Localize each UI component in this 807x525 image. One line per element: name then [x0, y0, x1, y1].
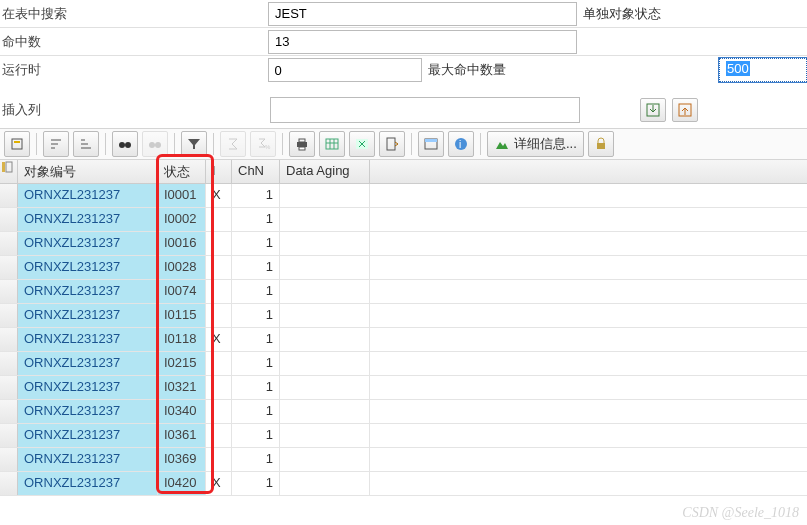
cell-status: I0115 — [158, 304, 206, 327]
cell-status: I0001 — [158, 184, 206, 207]
row-selector[interactable] — [0, 376, 18, 399]
cell-status: I0215 — [158, 352, 206, 375]
binoculars-dim-icon — [147, 136, 163, 152]
find-button[interactable] — [112, 131, 138, 157]
col-data-aging[interactable]: Data Aging — [280, 160, 370, 183]
filter-icon — [186, 136, 202, 152]
row-selector[interactable] — [0, 280, 18, 303]
mountain-icon — [494, 136, 510, 152]
layout-button[interactable] — [418, 131, 444, 157]
table-row[interactable]: ORNXZL231237I01151 — [0, 304, 807, 328]
table-row[interactable]: ORNXZL231237I00281 — [0, 256, 807, 280]
row-selector[interactable] — [0, 184, 18, 207]
row-selector[interactable] — [0, 424, 18, 447]
search-label: 在表中搜索 — [0, 1, 268, 27]
table-row[interactable]: ORNXZL231237I03401 — [0, 400, 807, 424]
row-selector[interactable] — [0, 256, 18, 279]
refresh-button[interactable] — [4, 131, 30, 157]
cell-status: I0002 — [158, 208, 206, 231]
export-icon-button[interactable] — [672, 98, 698, 122]
table-row[interactable]: ORNXZL231237I00741 — [0, 280, 807, 304]
cell-data-aging — [280, 280, 370, 303]
table-row[interactable]: ORNXZL231237I03691 — [0, 448, 807, 472]
result-grid: 对象编号 状态 I ChN Data Aging ORNXZL231237I00… — [0, 160, 807, 496]
cell-object: ORNXZL231237 — [18, 352, 158, 375]
row-selector-header[interactable] — [0, 160, 18, 183]
row-selector[interactable] — [0, 328, 18, 351]
view-button[interactable] — [319, 131, 345, 157]
insert-col-input[interactable] — [270, 97, 580, 123]
cell-chn: 1 — [232, 448, 280, 471]
cell-data-aging — [280, 208, 370, 231]
col-object[interactable]: 对象编号 — [18, 160, 158, 183]
insert-col-label: 插入列 — [0, 97, 268, 123]
cell-status: I0074 — [158, 280, 206, 303]
cell-object: ORNXZL231237 — [18, 232, 158, 255]
svg-point-6 — [149, 142, 155, 148]
runtime-input[interactable] — [268, 58, 422, 82]
cell-data-aging — [280, 232, 370, 255]
sum-button[interactable] — [220, 131, 246, 157]
row-selector[interactable] — [0, 208, 18, 231]
svg-rect-16 — [425, 139, 437, 142]
row-selector[interactable] — [0, 304, 18, 327]
svg-rect-9 — [297, 142, 307, 147]
svg-point-7 — [155, 142, 161, 148]
cell-object: ORNXZL231237 — [18, 280, 158, 303]
cell-chn: 1 — [232, 472, 280, 495]
info-button[interactable]: i — [448, 131, 474, 157]
cell-chn: 1 — [232, 352, 280, 375]
svg-rect-11 — [299, 147, 305, 150]
max-hits-label: 最大命中数量 — [422, 59, 576, 81]
cell-data-aging — [280, 352, 370, 375]
row-selector[interactable] — [0, 352, 18, 375]
row-selector[interactable] — [0, 232, 18, 255]
cell-status: I0321 — [158, 376, 206, 399]
search-table-input[interactable] — [268, 2, 577, 26]
table-row[interactable]: ORNXZL231237I0118X1 — [0, 328, 807, 352]
row-selector[interactable] — [0, 448, 18, 471]
cell-data-aging — [280, 472, 370, 495]
cell-object: ORNXZL231237 — [18, 424, 158, 447]
cell-object: ORNXZL231237 — [18, 448, 158, 471]
filter-button[interactable] — [181, 131, 207, 157]
print-button[interactable] — [289, 131, 315, 157]
import-icon-button[interactable] — [640, 98, 666, 122]
cell-chn: 1 — [232, 208, 280, 231]
table-row[interactable]: ORNXZL231237I00021 — [0, 208, 807, 232]
find-next-button[interactable] — [142, 131, 168, 157]
svg-rect-21 — [6, 162, 12, 172]
row-selector[interactable] — [0, 400, 18, 423]
table-row[interactable]: ORNXZL231237I0001X1 — [0, 184, 807, 208]
table-row[interactable]: ORNXZL231237I02151 — [0, 352, 807, 376]
max-hits-input[interactable]: 500 — [719, 58, 807, 82]
cell-i — [206, 352, 232, 375]
col-status[interactable]: 状态 — [158, 160, 206, 183]
export-xls-button[interactable] — [349, 131, 375, 157]
subtotal-button[interactable]: % — [250, 131, 276, 157]
cell-data-aging — [280, 304, 370, 327]
cell-i: X — [206, 328, 232, 351]
svg-rect-20 — [2, 162, 5, 172]
row-selector[interactable] — [0, 472, 18, 495]
cell-i: X — [206, 472, 232, 495]
export-file-button[interactable] — [379, 131, 405, 157]
table-row[interactable]: ORNXZL231237I00161 — [0, 232, 807, 256]
hits-input[interactable] — [268, 30, 577, 54]
svg-text:i: i — [459, 139, 461, 150]
col-chn[interactable]: ChN — [232, 160, 280, 183]
sort-asc-button[interactable] — [43, 131, 69, 157]
refresh-icon — [9, 136, 25, 152]
lock-button[interactable] — [588, 131, 614, 157]
info-icon: i — [453, 136, 469, 152]
col-i[interactable]: I — [206, 160, 232, 183]
table-row[interactable]: ORNXZL231237I03211 — [0, 376, 807, 400]
cell-data-aging — [280, 448, 370, 471]
table-row[interactable]: ORNXZL231237I0420X1 — [0, 472, 807, 496]
table-row[interactable]: ORNXZL231237I03611 — [0, 424, 807, 448]
cell-data-aging — [280, 376, 370, 399]
sort-desc-button[interactable] — [73, 131, 99, 157]
detail-button[interactable]: 详细信息... — [487, 131, 584, 157]
column-select-icon — [0, 160, 16, 176]
cell-i — [206, 280, 232, 303]
